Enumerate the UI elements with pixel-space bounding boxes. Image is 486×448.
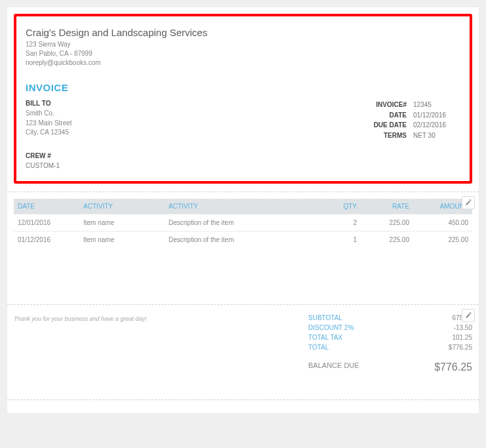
cell-rate: 225.00 — [361, 214, 413, 232]
pencil-icon — [465, 199, 472, 207]
company-email: noreply@quickbooks.com — [26, 58, 460, 68]
cell-activity-2: Description of the item — [165, 232, 328, 249]
totals-block: SUBTOTAL 675.00 DISCOUNT 2% -13.50 TOTAL… — [308, 313, 472, 373]
document-title: INVOICE — [26, 82, 460, 93]
balance-due-label: BALANCE DUE — [308, 361, 359, 373]
footer-message: Thank you for your business and have a g… — [14, 313, 308, 373]
discount-label: DISCOUNT 2% — [308, 324, 354, 331]
cell-activity-1: Item name — [79, 214, 165, 232]
cell-rate: 225.00 — [361, 232, 413, 249]
cell-date: 12/01/2016 — [14, 214, 79, 232]
meta-date-value: 01/12/2016 — [413, 110, 460, 121]
crew-block: CREW # CUSTOM-1 — [26, 152, 460, 169]
header-panel-highlighted: Craig's Design and Landscaping Services … — [14, 14, 472, 184]
company-name: Craig's Design and Landscaping Services — [26, 27, 460, 38]
bill-to-name: Smith Co. — [26, 109, 72, 119]
total-label: TOTAL — [308, 344, 329, 351]
balance-due-value: $776.25 — [434, 361, 472, 373]
bill-to-addr2: City, CA 12345 — [26, 128, 72, 138]
tax-label: TOTAL TAX — [308, 334, 342, 341]
invoice-meta: INVOICE# 12345 DATE 01/12/2016 DUE DATE … — [354, 100, 460, 140]
meta-invoiceno-label: INVOICE# — [354, 100, 413, 110]
col-rate: RATE — [361, 199, 413, 214]
table-row: 12/01/2016 Item name Description of the … — [14, 214, 472, 232]
col-activity-2: ACTIVITY — [165, 199, 328, 214]
company-address-2: San Pablo, CA - 87999 — [26, 49, 460, 58]
cell-qty: 2 — [328, 214, 361, 232]
cell-date: 01/12/2016 — [14, 232, 79, 249]
bill-to-block: BILL TO Smith Co. 123 Main Street City, … — [26, 100, 72, 140]
meta-due-value: 02/12/2016 — [413, 120, 460, 131]
line-items-table: DATE ACTIVITY ACTIVITY QTY RATE AMOUNT 1… — [14, 199, 472, 248]
subtotal-label: SUBTOTAL — [308, 314, 342, 321]
cell-activity-2: Description of the item — [165, 214, 328, 232]
meta-due-label: DUE DATE — [354, 120, 413, 131]
crew-label: CREW # — [26, 152, 460, 159]
invoice-page: Craig's Design and Landscaping Services … — [7, 7, 479, 414]
total-value: $776.25 — [449, 344, 472, 351]
edit-items-button[interactable] — [462, 196, 475, 209]
cell-amount: 450.00 — [413, 214, 472, 232]
table-header-row: DATE ACTIVITY ACTIVITY QTY RATE AMOUNT — [14, 199, 472, 214]
header-section: Craig's Design and Landscaping Services … — [7, 7, 479, 192]
company-address-1: 123 Sierra Way — [26, 40, 460, 49]
table-row: 01/12/2016 Item name Description of the … — [14, 232, 472, 249]
tax-value: 101.25 — [452, 334, 472, 341]
bill-to-addr1: 123 Main Street — [26, 119, 72, 129]
discount-value: -13.50 — [454, 324, 472, 331]
meta-terms-label: TERMS — [354, 131, 413, 141]
crew-value: CUSTOM-1 — [26, 162, 460, 169]
bill-to-heading: BILL TO — [26, 100, 72, 107]
pencil-icon — [465, 312, 472, 320]
meta-terms-value: NET 30 — [413, 131, 460, 141]
meta-date-label: DATE — [354, 110, 413, 121]
totals-section: Thank you for your business and have a g… — [7, 305, 479, 400]
col-activity-1: ACTIVITY — [79, 199, 165, 214]
cell-amount: 225.00 — [413, 232, 472, 249]
col-qty: QTY — [328, 199, 361, 214]
edit-totals-button[interactable] — [462, 309, 475, 322]
cell-qty: 1 — [328, 232, 361, 249]
col-date: DATE — [14, 199, 79, 214]
cell-activity-1: Item name — [79, 232, 165, 249]
meta-invoiceno-value: 12345 — [413, 100, 460, 110]
line-items-section: DATE ACTIVITY ACTIVITY QTY RATE AMOUNT 1… — [7, 192, 479, 305]
